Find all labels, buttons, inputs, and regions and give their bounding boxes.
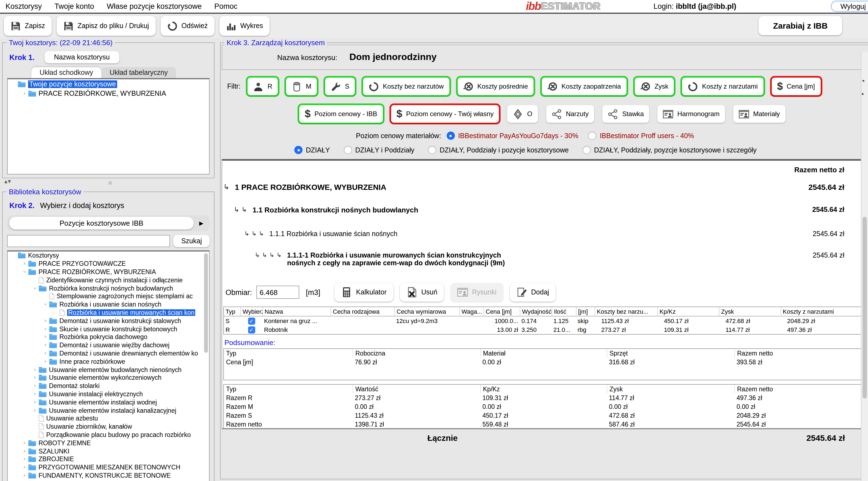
tree-item[interactable]: Twoje pozycje kosztorysowe: [8, 79, 209, 89]
collapse-right-icon[interactable]: ▸: [862, 91, 864, 96]
view-mode-option[interactable]: DZIAŁY i Poddziały: [344, 146, 414, 154]
checkbox-checked-icon[interactable]: ✓: [248, 326, 255, 333]
filter-button-narzuty[interactable]: Narzuty: [546, 105, 594, 123]
radio-unselected-icon[interactable]: [588, 131, 596, 140]
tree-item[interactable]: ›Usuwanie elementów instalacji wodnej: [8, 398, 209, 407]
save-to-file-print-button[interactable]: Zapisz do pliku / Drukuj: [57, 16, 156, 36]
chevron-right-icon[interactable]: ›: [21, 448, 28, 454]
estimate-row-level-3[interactable]: ↳↳↳1.1.1 Rozbiórka i usuwanie ścian nośn…: [223, 230, 868, 251]
chevron-right-icon[interactable]: ›: [21, 464, 28, 470]
scrollbar-thumb[interactable]: [863, 217, 867, 398]
tab-uk-ad-tabelaryczny[interactable]: Układ tabelaryczny: [101, 67, 176, 78]
radio-selected-icon[interactable]: [294, 146, 303, 154]
chevron-down-icon[interactable]: ›: [22, 268, 27, 275]
tree-item[interactable]: ›Usuwanie elementów instalacji kanalizac…: [8, 406, 209, 414]
filter-button-stawka[interactable]: Stawka: [602, 105, 649, 123]
price-level-option[interactable]: IBBestimator Proff users - 40%: [588, 131, 694, 140]
chevron-right-icon[interactable]: ›: [42, 359, 49, 364]
tree-item[interactable]: Usuwanie azbestu: [8, 414, 209, 423]
tree-item[interactable]: ›Usuwanie elementów wykończeniowych: [8, 374, 209, 382]
chevron-down-icon[interactable]: ›: [32, 284, 38, 292]
chevron-right-icon[interactable]: ›: [31, 383, 38, 389]
view-mode-option[interactable]: DZIAŁY: [294, 146, 330, 154]
checkbox-checked-icon[interactable]: ✓: [248, 317, 255, 324]
library-source-next-button[interactable]: ▶: [195, 218, 207, 229]
chevron-right-icon[interactable]: ›: [21, 261, 28, 266]
collapse-left-icon[interactable]: ◂: [862, 78, 864, 83]
menu-item-pomoc[interactable]: Pomoc: [214, 2, 237, 10]
panel-splitter[interactable]: ▲▼: [2, 178, 215, 187]
tree-item[interactable]: ›PRACE ROZBIÓRKOWE, WYBURZENIA: [8, 89, 209, 98]
chevron-right-icon[interactable]: ›: [42, 318, 49, 324]
filter-button-koszty-zaopatrzenia[interactable]: Koszty zaopatrzenia: [542, 78, 626, 95]
obmiar-dodaj-button[interactable]: Dodaj: [509, 283, 556, 302]
tree-item[interactable]: Usuwanie zbiorników, kanałów: [8, 422, 209, 431]
chevron-right-icon[interactable]: ›: [31, 408, 38, 413]
filter-button-o[interactable]: O: [507, 105, 538, 123]
tree-scrollbar-thumb[interactable]: [204, 253, 208, 353]
tree-item[interactable]: Zidentyfikowanie czynnych instalacji i o…: [8, 276, 209, 284]
cell-select[interactable]: ✓: [240, 325, 262, 334]
filter-button-cena-jm-[interactable]: $Cena [jm]: [772, 78, 820, 95]
tree-item[interactable]: Stemplowanie zagrożonych miejsc stemplam…: [8, 292, 209, 300]
tree-item[interactable]: Porządkowanie placu budowy po pracach ro…: [8, 431, 209, 439]
tree-item[interactable]: ›Demontaż i usuwanie więźby dachowej: [8, 341, 209, 350]
filter-button-koszty-z-narzutami[interactable]: Koszty z narzutami: [682, 78, 763, 95]
filter-button-poziom-cenowy-tw-j-w-asny[interactable]: $Poziom cenowy - Twój własny: [391, 105, 499, 123]
chevron-right-icon[interactable]: ›: [21, 473, 28, 478]
obmiar-kalkulator-button[interactable]: Kalkulator: [335, 283, 393, 302]
radio-selected-icon[interactable]: [447, 131, 455, 140]
menu-item-twoje-konto[interactable]: Twoje konto: [55, 2, 94, 10]
chevron-right-icon[interactable]: ›: [31, 367, 38, 372]
chevron-right-icon[interactable]: ›: [31, 375, 38, 381]
refresh-button[interactable]: Odśwież: [161, 16, 215, 36]
filter-button-poziom-cenowy-ibb[interactable]: $Poziom cenowy - IBB: [299, 105, 382, 123]
tree-item[interactable]: ›PRZYGOTOWANIE MIESZANEK BETONOWYCH: [8, 463, 209, 471]
window-scrollbar[interactable]: ◂ ▸: [861, 52, 868, 481]
filter-button-zysk[interactable]: Zysk: [635, 78, 674, 95]
estimate-row-level-1[interactable]: ↳1 PRACE ROZBIÓRKOWE, WYBURZENIA2545.64 …: [223, 183, 868, 206]
tree-item[interactable]: ›Rozbiórka i usuwanie ścian nośnych: [8, 300, 209, 309]
obmiar-usu--button[interactable]: Usuń: [400, 283, 444, 302]
tree-item[interactable]: ›PRACE PRZYGOTOWAWCZE: [8, 260, 209, 268]
tree-item[interactable]: ›ROBOTY ZIEMNE: [8, 439, 209, 447]
tree-item[interactable]: ›Inne prace rozbiórkowe: [8, 357, 209, 366]
logout-button[interactable]: Wyloguj: [831, 1, 868, 12]
filter-button-harmonogram[interactable]: Harmonogram: [658, 105, 725, 123]
obmiar-input[interactable]: [256, 285, 299, 299]
chevron-down-icon[interactable]: ›: [43, 301, 48, 308]
save-button[interactable]: Zapisz: [4, 16, 52, 36]
tree-item[interactable]: ›Rozbiórka pokrycia dachowego: [8, 333, 209, 341]
radio-unselected-icon[interactable]: [428, 146, 436, 154]
radio-unselected-icon[interactable]: [583, 146, 591, 154]
chevron-right-icon[interactable]: ›: [21, 91, 28, 96]
tree-item[interactable]: ›HYDROIZOLACJE: [8, 480, 209, 481]
tab-uk-ad-schodkowy[interactable]: Układ schodkowy: [31, 67, 101, 78]
tree-item[interactable]: Rozbiórka i usuwanie murowanych ścian ko…: [8, 308, 209, 317]
menu-item-w-ase-pozycje-kosztorysowe[interactable]: Włase pozycje kosztorysowe: [107, 2, 202, 10]
chevron-right-icon[interactable]: ›: [21, 456, 28, 462]
estimate-name-button[interactable]: Nazwa kosztorysu: [44, 51, 119, 63]
tree-item[interactable]: Kosztorysy: [8, 251, 209, 260]
tree-item[interactable]: ›Demontaż i usuwanie konstrukcji stalowy…: [8, 317, 209, 325]
price-level-option[interactable]: IBBestimator PayAsYouGo7days - 30%: [447, 131, 579, 140]
chevron-right-icon[interactable]: ›: [21, 440, 28, 446]
tree-item[interactable]: ›Demontaż i usuwanie drewnianych element…: [8, 349, 209, 357]
tree-item[interactable]: ›Usuwanie instalacji elektrycznych: [8, 390, 209, 398]
chevron-right-icon[interactable]: ›: [42, 351, 49, 356]
filter-button-s[interactable]: S: [325, 78, 355, 95]
filter-button-koszty-po-rednie[interactable]: Koszty pośrednie: [457, 78, 533, 95]
radio-unselected-icon[interactable]: [344, 146, 352, 154]
view-mode-option[interactable]: DZIAŁY, Poddziały, poyzcje kosztorysowe …: [583, 146, 756, 154]
earn-with-ibb-button[interactable]: Zarabiaj z IBB: [758, 16, 842, 35]
filter-button-r[interactable]: R: [248, 78, 278, 95]
tree-item[interactable]: ›Demontaż stolarki: [8, 382, 209, 390]
search-input[interactable]: [7, 235, 170, 247]
estimate-row-level-4[interactable]: ↳↳↳↳1.1.1-1 Rozbiórka i usuwanie murowan…: [223, 251, 868, 279]
chart-button[interactable]: Wykres: [219, 16, 270, 36]
chevron-right-icon[interactable]: ›: [42, 326, 49, 332]
chevron-right-icon[interactable]: ›: [31, 391, 38, 397]
tree-item[interactable]: ›Rozbiórka konstrukcji nośnych budowlany…: [8, 284, 209, 292]
tree-item[interactable]: ›ZBROJENIE: [8, 455, 209, 463]
tree-item[interactable]: ›PRACE ROZBIÓRKOWE, WYBURZENIA: [8, 268, 209, 276]
